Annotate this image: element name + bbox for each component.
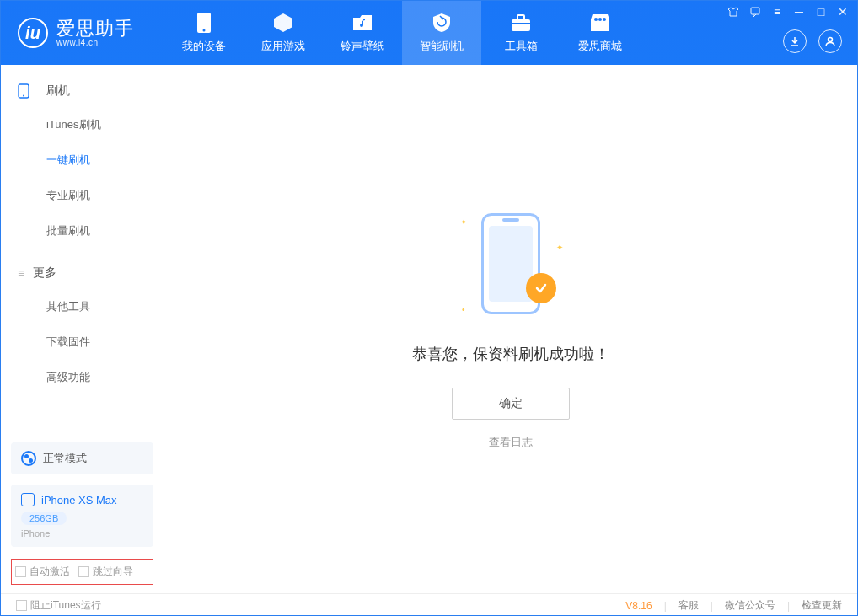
store-icon: [589, 12, 611, 34]
svg-rect-4: [512, 23, 530, 24]
sidebar-item-download-firmware[interactable]: 下载固件: [1, 324, 164, 360]
nav-label: 我的设备: [182, 39, 226, 54]
status-bar: 阻止iTunes运行 V8.16 | 客服 | 微信公众号 | 检查更新: [1, 593, 857, 616]
footer-link-update[interactable]: 检查更新: [802, 598, 842, 613]
footer-link-wechat[interactable]: 微信公众号: [725, 598, 775, 613]
device-name: iPhone XS Max: [41, 494, 117, 506]
success-message: 恭喜您，保资料刷机成功啦！: [412, 344, 609, 364]
main-content: ✦ ✦ • 恭喜您，保资料刷机成功啦！ 确定 查看日志: [164, 65, 857, 593]
success-illustration: ✦ ✦ •: [469, 209, 553, 319]
feedback-icon[interactable]: [748, 4, 763, 19]
svg-point-8: [829, 38, 833, 42]
ok-button[interactable]: 确定: [452, 388, 570, 420]
checkbox-icon: [78, 566, 89, 577]
checkbox-skip-guide[interactable]: 跳过向导: [78, 565, 133, 579]
phone-icon: [193, 12, 215, 34]
logo-icon: iu: [18, 18, 48, 48]
user-button[interactable]: [818, 29, 842, 53]
device-icon: [18, 83, 29, 99]
nav-label: 铃声壁纸: [341, 39, 384, 54]
sidebar: 刷机 iTunes刷机 一键刷机 专业刷机 批量刷机 ≡ 更多 其他工具 下载固…: [1, 65, 164, 593]
svg-point-6: [598, 18, 602, 21]
nav-tab-ringtones[interactable]: 铃声壁纸: [323, 1, 402, 65]
device-info[interactable]: iPhone XS Max 256GB iPhone: [11, 485, 153, 547]
titlebar: iu 爱思助手 www.i4.cn 我的设备 应用游戏 铃声壁纸 智能刷机 工具…: [1, 1, 857, 65]
sidebar-item-other-tools[interactable]: 其他工具: [1, 289, 164, 324]
checkbox-label: 阻止iTunes运行: [30, 598, 101, 613]
checkbox-block-itunes[interactable]: 阻止iTunes运行: [16, 598, 101, 613]
storage-badge: 256GB: [21, 512, 67, 525]
menu-icon[interactable]: ≡: [770, 4, 785, 19]
nav-tab-device[interactable]: 我的设备: [164, 1, 244, 65]
header-actions: [783, 29, 842, 53]
svg-point-11: [23, 95, 24, 97]
shirt-icon[interactable]: [726, 4, 741, 19]
checkbox-icon: [15, 566, 26, 577]
nav-tabs: 我的设备 应用游戏 铃声壁纸 智能刷机 工具箱 爱思商城: [164, 1, 640, 65]
device-type: iPhone: [21, 528, 143, 538]
flash-options-highlight: 自动激活 跳过向导: [11, 559, 153, 585]
download-button[interactable]: [783, 29, 807, 53]
svg-rect-2: [512, 19, 530, 31]
footer-link-support[interactable]: 客服: [678, 598, 699, 613]
window-controls: ≡ ─ □ ✕: [726, 4, 850, 19]
maximize-button[interactable]: □: [813, 4, 829, 19]
sidebar-item-pro-flash[interactable]: 专业刷机: [1, 178, 164, 213]
sidebar-section-more: ≡ 更多: [1, 257, 164, 289]
footer-links: V8.16 | 客服 | 微信公众号 | 检查更新: [625, 598, 842, 613]
device-mode[interactable]: 正常模式: [11, 442, 153, 474]
mode-icon: [21, 451, 36, 466]
toolbox-icon: [510, 12, 532, 34]
cube-icon: [272, 12, 294, 34]
app-logo: iu 爱思助手 www.i4.cn: [1, 1, 164, 65]
svg-point-5: [594, 18, 598, 21]
app-name: 爱思助手: [56, 19, 134, 38]
nav-label: 工具箱: [505, 39, 538, 54]
view-log-link[interactable]: 查看日志: [489, 435, 533, 450]
sidebar-item-itunes-flash[interactable]: iTunes刷机: [1, 107, 164, 142]
close-button[interactable]: ✕: [835, 4, 850, 19]
nav-tab-toolbox[interactable]: 工具箱: [481, 1, 560, 65]
hamburger-icon: ≡: [18, 266, 24, 280]
nav-tab-store[interactable]: 爱思商城: [560, 1, 640, 65]
nav-label: 应用游戏: [261, 39, 305, 54]
checkbox-label: 自动激活: [29, 565, 70, 579]
music-folder-icon: [351, 12, 373, 34]
svg-rect-9: [751, 8, 759, 14]
section-label: 刷机: [46, 83, 70, 99]
nav-label: 智能刷机: [420, 39, 464, 54]
phone-icon: [21, 493, 35, 506]
minimize-button[interactable]: ─: [791, 4, 807, 19]
sidebar-item-oneclick-flash[interactable]: 一键刷机: [1, 142, 164, 178]
shield-refresh-icon: [431, 12, 453, 34]
svg-point-1: [203, 29, 206, 32]
svg-rect-3: [517, 15, 524, 19]
version-label: V8.16: [625, 600, 652, 612]
sidebar-item-advanced[interactable]: 高级功能: [1, 360, 164, 395]
app-url: www.i4.cn: [56, 38, 134, 47]
nav-tab-flash[interactable]: 智能刷机: [402, 1, 481, 65]
checkmark-badge-icon: [526, 273, 556, 303]
section-label: 更多: [33, 265, 56, 281]
mode-label: 正常模式: [43, 451, 87, 466]
nav-label: 爱思商城: [578, 39, 622, 54]
sidebar-item-batch-flash[interactable]: 批量刷机: [1, 213, 164, 249]
sidebar-section-flash: 刷机: [1, 75, 164, 107]
checkbox-auto-activate[interactable]: 自动激活: [15, 565, 70, 579]
svg-point-7: [603, 18, 606, 21]
checkbox-icon: [16, 600, 27, 611]
checkbox-label: 跳过向导: [93, 565, 133, 579]
nav-tab-apps[interactable]: 应用游戏: [244, 1, 323, 65]
